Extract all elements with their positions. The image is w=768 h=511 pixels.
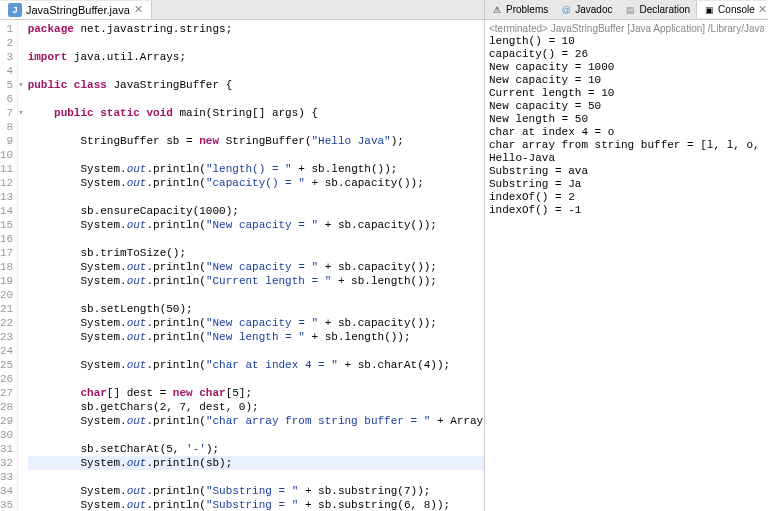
code-line[interactable] — [28, 148, 484, 162]
console-line: New capacity = 1000 — [489, 61, 764, 74]
code-line[interactable] — [28, 232, 484, 246]
code-line[interactable] — [28, 470, 484, 484]
editor-tabs: J JavaStringBuffer.java ✕ — [0, 0, 484, 20]
code-line[interactable] — [28, 288, 484, 302]
java-file-icon: J — [8, 3, 22, 17]
console-line: New capacity = 10 — [489, 74, 764, 87]
code-line[interactable]: System.out.println("New capacity = " + s… — [28, 316, 484, 330]
tab-label: Problems — [506, 4, 548, 15]
code-area[interactable]: 1234567891011121314151617181920212223242… — [0, 20, 484, 511]
editor-pane: J JavaStringBuffer.java ✕ 12345678910111… — [0, 0, 485, 511]
code-line[interactable]: public static void main(String[] args) { — [28, 106, 484, 120]
tab-label: Console — [718, 4, 755, 15]
code-line[interactable]: System.out.println("char at index 4 = " … — [28, 358, 484, 372]
console-line: Substring = Ja — [489, 178, 764, 191]
console-line: length() = 10 — [489, 35, 764, 48]
console-line: New length = 50 — [489, 113, 764, 126]
code-line[interactable] — [28, 64, 484, 78]
code-line[interactable] — [28, 36, 484, 50]
code-line[interactable]: System.out.println("char array from stri… — [28, 414, 484, 428]
tab-label: Javadoc — [575, 4, 612, 15]
code-line[interactable]: sb.ensureCapacity(1000); — [28, 204, 484, 218]
console-line: Hello-Java — [489, 152, 764, 165]
code-line[interactable]: System.out.println("capacity() = " + sb.… — [28, 176, 484, 190]
code-line[interactable] — [28, 190, 484, 204]
tab-console[interactable]: ▣ Console ✕ — [696, 1, 768, 18]
javadoc-icon: @ — [560, 4, 572, 16]
close-icon[interactable]: ✕ — [758, 3, 767, 16]
code-line[interactable]: System.out.println("New capacity = " + s… — [28, 218, 484, 232]
tab-problems[interactable]: ⚠ Problems — [485, 2, 554, 18]
console-line: char at index 4 = o — [489, 126, 764, 139]
code-line[interactable]: System.out.println("New length = " + sb.… — [28, 330, 484, 344]
console-line: New capacity = 50 — [489, 100, 764, 113]
code-line[interactable]: import java.util.Arrays; — [28, 50, 484, 64]
console-header: <terminated> JavaStringBuffer [Java Appl… — [489, 22, 764, 35]
code-line[interactable]: sb.setCharAt(5, '-'); — [28, 442, 484, 456]
declaration-icon: ▤ — [625, 4, 637, 16]
close-icon[interactable]: ✕ — [134, 3, 143, 16]
code-line[interactable]: sb.setLength(50); — [28, 302, 484, 316]
code-line[interactable]: System.out.println("Substring = " + sb.s… — [28, 484, 484, 498]
code-line[interactable]: System.out.println("length() = " + sb.le… — [28, 162, 484, 176]
code-line[interactable] — [28, 120, 484, 134]
code-line[interactable]: System.out.println(sb); — [28, 456, 484, 470]
code-line[interactable]: sb.trimToSize(); — [28, 246, 484, 260]
code-line[interactable]: System.out.println("Substring = " + sb.s… — [28, 498, 484, 511]
code-line[interactable]: public class JavaStringBuffer { — [28, 78, 484, 92]
tab-label: Declaration — [640, 4, 691, 15]
right-pane: ⚠ Problems @ Javadoc ▤ Declaration ▣ Con… — [485, 0, 768, 511]
editor-tab[interactable]: J JavaStringBuffer.java ✕ — [0, 1, 152, 19]
console-line: indexOf() = 2 — [489, 191, 764, 204]
code-line[interactable]: StringBuffer sb = new StringBuffer("Hell… — [28, 134, 484, 148]
code-line[interactable]: System.out.println("New capacity = " + s… — [28, 260, 484, 274]
code-line[interactable]: System.out.println("Current length = " +… — [28, 274, 484, 288]
console-content[interactable]: <terminated> JavaStringBuffer [Java Appl… — [485, 20, 768, 511]
console-line: capacity() = 26 — [489, 48, 764, 61]
tab-declaration[interactable]: ▤ Declaration — [619, 2, 697, 18]
views-tabs: ⚠ Problems @ Javadoc ▤ Declaration ▣ Con… — [485, 0, 768, 20]
tab-javadoc[interactable]: @ Javadoc — [554, 2, 618, 18]
console-line: char array from string buffer = [l, l, o… — [489, 139, 764, 152]
problems-icon: ⚠ — [491, 4, 503, 16]
code-line[interactable]: sb.getChars(2, 7, dest, 0); — [28, 400, 484, 414]
console-line: Current length = 10 — [489, 87, 764, 100]
code-line[interactable] — [28, 344, 484, 358]
code-line[interactable] — [28, 372, 484, 386]
code-line[interactable] — [28, 428, 484, 442]
console-icon: ▣ — [703, 4, 715, 16]
console-line: Substring = ava — [489, 165, 764, 178]
console-line: indexOf() = -1 — [489, 204, 764, 217]
code-line[interactable]: package net.javastring.strings; — [28, 22, 484, 36]
line-gutter: 1234567891011121314151617181920212223242… — [0, 20, 18, 511]
code-body[interactable]: package net.javastring.strings; import j… — [24, 20, 484, 511]
code-line[interactable]: char[] dest = new char[5]; — [28, 386, 484, 400]
code-line[interactable] — [28, 92, 484, 106]
editor-tab-label: JavaStringBuffer.java — [26, 4, 130, 16]
